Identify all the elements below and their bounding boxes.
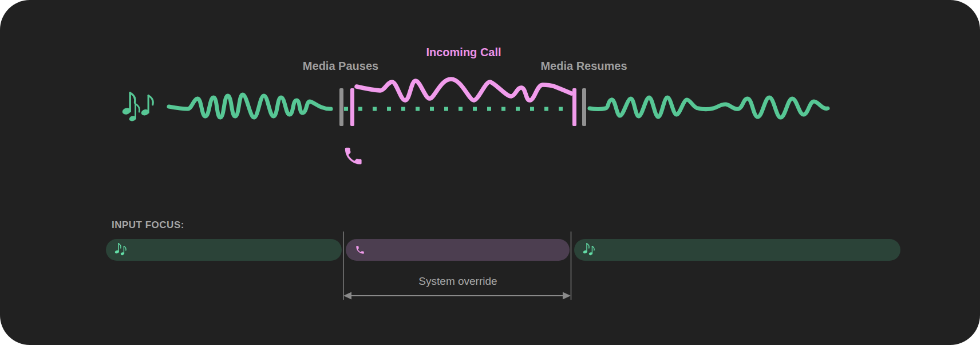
- media-pauses-label: Media Pauses: [303, 60, 378, 73]
- diagram-card: Media Pauses Incoming Call Media Resumes…: [0, 0, 980, 345]
- media-pause-tick-gray: [339, 88, 343, 126]
- media-waveform-after: [590, 97, 828, 117]
- media-resume-tick-gray: [582, 88, 586, 126]
- audio-focus-diagram: Media Pauses Incoming Call Media Resumes…: [0, 0, 980, 345]
- call-waveform: [357, 79, 571, 100]
- system-override-label: System override: [418, 275, 497, 288]
- system-override-arrow: [343, 292, 571, 300]
- music-notes-icon: [121, 93, 153, 122]
- focus-bar-media-before: [106, 239, 342, 261]
- media-resume-tick-pink: [572, 88, 576, 126]
- focus-bar-media-after: [574, 239, 900, 261]
- phone-icon: [345, 148, 362, 164]
- incoming-call-label: Incoming Call: [426, 46, 501, 59]
- media-waveform-before: [169, 95, 331, 117]
- focus-bar-call: [346, 239, 570, 261]
- media-pause-tick-pink: [350, 88, 354, 126]
- media-resumes-label: Media Resumes: [540, 60, 627, 73]
- input-focus-heading: INPUT FOCUS:: [112, 219, 184, 231]
